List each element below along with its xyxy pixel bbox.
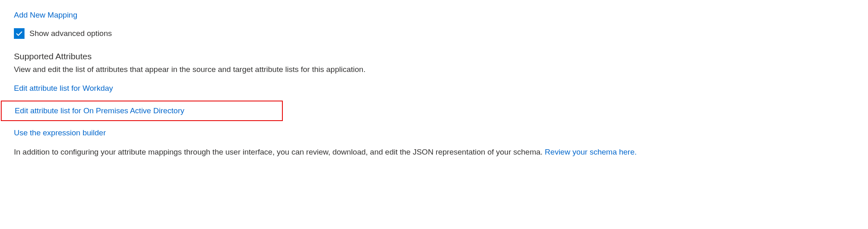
add-new-mapping-link[interactable]: Add New Mapping [14, 10, 77, 21]
supported-attributes-description: View and edit the list of attributes tha… [14, 64, 868, 75]
schema-info-text: In addition to configuring your attribut… [14, 148, 545, 156]
show-advanced-label: Show advanced options [29, 28, 112, 39]
highlighted-link-box: Edit attribute list for On Premises Acti… [1, 101, 283, 121]
schema-info-paragraph: In addition to configuring your attribut… [14, 147, 868, 158]
expression-builder-link[interactable]: Use the expression builder [14, 128, 106, 139]
review-schema-link[interactable]: Review your schema here. [545, 148, 637, 156]
show-advanced-checkbox[interactable] [14, 28, 25, 39]
checkmark-icon [16, 30, 23, 37]
edit-onprem-ad-link[interactable]: Edit attribute list for On Premises Acti… [15, 106, 184, 117]
supported-attributes-heading: Supported Attributes [14, 50, 868, 62]
edit-workday-link[interactable]: Edit attribute list for Workday [14, 83, 113, 94]
show-advanced-options-row: Show advanced options [14, 28, 868, 39]
